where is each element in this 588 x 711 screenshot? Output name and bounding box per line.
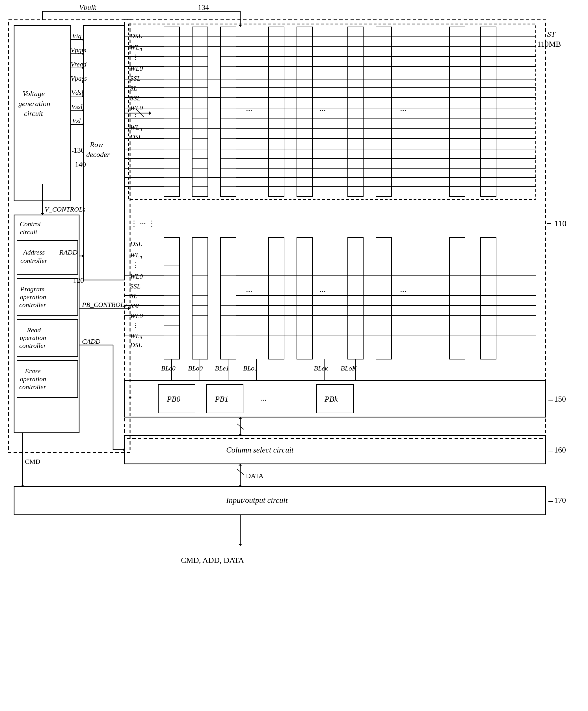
- vpass-label: Vpass: [71, 75, 87, 82]
- row-decoder-label-1: Row: [90, 141, 103, 149]
- column-select-box: [124, 435, 546, 464]
- memory-col-4: [268, 27, 284, 197]
- dots-col-mid: ···: [320, 106, 326, 115]
- svg-rect-121: [450, 27, 465, 197]
- svg-rect-138: [481, 27, 496, 197]
- pb1-label: PB1: [215, 394, 228, 403]
- wl0-mid-label: WL0: [130, 273, 143, 280]
- ref-120-label: 120: [73, 276, 84, 284]
- dots-col-bottom-right: ···: [400, 286, 407, 296]
- svg-rect-177: [220, 238, 236, 359]
- blek-label: BLek: [314, 365, 328, 372]
- vssl-label: Vssl: [71, 103, 83, 110]
- cmd-add-data-label: CMD, ADD, DATA: [181, 556, 244, 564]
- column-select-label: Column select circuit: [226, 446, 294, 454]
- memory-block-110mb: [129, 24, 536, 199]
- vbulk-label: Vbulk: [79, 3, 96, 12]
- row-decoder-label-2: decoder: [86, 150, 110, 159]
- ssl-top2-label: SSL: [130, 94, 140, 102]
- dsl-mid-label: DSL: [130, 240, 142, 247]
- memory-array-outer-box: [124, 20, 546, 438]
- vsl-label: Vsl: [72, 117, 81, 125]
- ref-150-label: 150: [554, 394, 566, 403]
- ssl-mid1-label: SSL: [130, 282, 140, 290]
- svg-rect-53: [268, 27, 284, 197]
- ref-134-label: 134: [198, 3, 209, 12]
- sl-top-label: SL: [130, 85, 137, 92]
- voltage-gen-label-1: Voltage: [23, 90, 45, 98]
- memory-col-7: [376, 27, 392, 197]
- arrow-vbulk: [239, 25, 242, 27]
- address-controller-label-1: Address: [23, 249, 45, 256]
- data-label: DATA: [246, 472, 264, 479]
- ble0-label: BLe0: [161, 365, 176, 372]
- ref-170-label: 170: [554, 496, 566, 504]
- erase-op-label-2: operation: [20, 375, 46, 383]
- svg-rect-2: [164, 27, 179, 197]
- vdsl-label: Vdsl: [71, 89, 83, 96]
- vpgm-label: Vpgm: [71, 46, 87, 54]
- dots-col-bottom: ···: [246, 286, 253, 296]
- address-controller-label-2: controller: [20, 257, 47, 264]
- control-circuit-label: Control: [20, 220, 41, 228]
- dots-between-blocks: ⋮ ··· ⋮: [130, 219, 156, 228]
- program-op-label-3: controller: [19, 301, 46, 308]
- svg-rect-70: [297, 27, 312, 197]
- read-op-label-3: controller: [19, 342, 46, 349]
- memory-col-9: [481, 27, 496, 197]
- ref-110-label: 110: [554, 219, 567, 228]
- wln-mid2-label: WLn: [130, 332, 142, 340]
- wln-top2-label: WLn: [130, 124, 142, 132]
- blok-label: BLoK: [341, 365, 357, 372]
- ssl-top1-label: SSL: [130, 75, 140, 82]
- sl-mid-label: SL: [130, 293, 137, 300]
- cadd-label: CADD: [82, 338, 100, 345]
- pbk-label: PBk: [324, 394, 338, 403]
- dots-col-bottom-mid: ···: [320, 286, 326, 296]
- control-circuit-outer-box: [14, 215, 79, 433]
- memory-col-1: [164, 27, 179, 197]
- diagram-container: 110 ST 110MB DSL WLn ⋮ WL0 SSL SL SSL WL…: [0, 0, 588, 711]
- dots-top1: ⋮: [132, 53, 139, 61]
- pb-dots: ···: [260, 395, 266, 405]
- memory-col-3: [220, 27, 236, 197]
- read-op-label-1: Read: [26, 326, 41, 334]
- svg-rect-19: [192, 27, 208, 197]
- svg-rect-104: [376, 27, 392, 197]
- wl0-top-label: WL0: [130, 65, 143, 72]
- vread-label: Vread: [71, 61, 87, 68]
- wl0-mid2-label: WL0: [130, 312, 143, 320]
- ssl-mid2-label: SSL: [130, 302, 140, 310]
- wln-mid-label: WLn: [130, 252, 142, 260]
- cmd-label: CMD: [25, 458, 40, 465]
- vcontrols-label: V_CONTROLs: [45, 206, 85, 213]
- ble1-label: BLe1: [215, 365, 229, 372]
- arrow-row-decoder-to-mem: [149, 111, 151, 115]
- memory-col-5: [297, 27, 312, 197]
- memory-col-2: [192, 27, 208, 197]
- program-op-label-1: Program: [20, 285, 45, 293]
- memory-col-6: [348, 27, 363, 197]
- dots-mid2: ⋮: [132, 322, 139, 329]
- dsl-top-label: DSL: [130, 32, 142, 40]
- ref-140-label: 140: [75, 160, 86, 169]
- blo0-label: BLo0: [188, 365, 203, 372]
- program-op-label-2: operation: [20, 293, 46, 301]
- dots-col-top: ···: [246, 106, 253, 115]
- control-circuit-label-2: circuit: [20, 228, 38, 236]
- voltage-gen-label-2: generation: [18, 100, 50, 108]
- ref-110mb-label: 110MB: [537, 40, 561, 48]
- erase-op-label-3: controller: [19, 383, 46, 391]
- svg-rect-36: [220, 27, 236, 197]
- memory-bottom-col-2: [192, 238, 208, 359]
- wln-top-label: WLn: [130, 44, 142, 52]
- pb0-label: PB0: [167, 394, 180, 403]
- memory-col-8: [450, 27, 465, 197]
- ref-160-label: 160: [554, 446, 566, 454]
- arrow-cmd-down: [239, 544, 242, 546]
- blo1-label: BLo1: [243, 365, 258, 372]
- io-circuit-label: Input/output circuit: [226, 496, 288, 504]
- dots-col-right: ···: [400, 106, 407, 115]
- st-label: ST: [547, 30, 556, 39]
- memory-bottom-col-3: [220, 238, 236, 359]
